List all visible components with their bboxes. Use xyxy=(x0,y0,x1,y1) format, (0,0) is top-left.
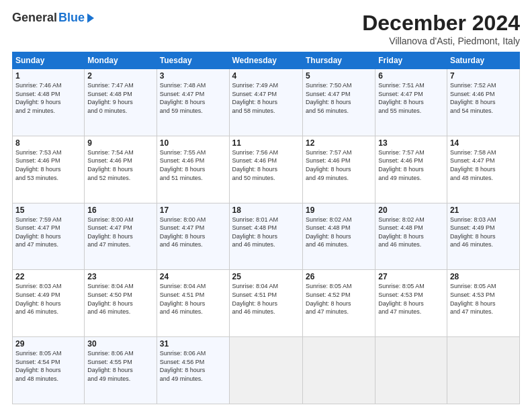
day-info: Sunrise: 8:01 AM Sunset: 4:48 PM Dayligh… xyxy=(232,216,300,249)
calendar-cell: 25Sunrise: 8:04 AM Sunset: 4:51 PM Dayli… xyxy=(229,270,302,337)
day-of-week-header: Wednesday xyxy=(229,52,302,69)
day-info: Sunrise: 8:02 AM Sunset: 4:48 PM Dayligh… xyxy=(378,216,444,249)
calendar-cell: 24Sunrise: 8:04 AM Sunset: 4:51 PM Dayli… xyxy=(157,270,229,337)
day-info: Sunrise: 7:56 AM Sunset: 4:46 PM Dayligh… xyxy=(232,148,300,182)
calendar-cell: 17Sunrise: 8:00 AM Sunset: 4:47 PM Dayli… xyxy=(157,203,229,270)
day-number: 7 xyxy=(450,71,517,81)
day-number: 21 xyxy=(450,205,517,215)
day-number: 6 xyxy=(378,71,444,81)
day-number: 13 xyxy=(378,138,444,148)
calendar-cell xyxy=(302,337,375,404)
logo-blue-text: Blue xyxy=(58,11,85,25)
day-info: Sunrise: 8:06 AM Sunset: 4:56 PM Dayligh… xyxy=(160,349,226,383)
day-number: 5 xyxy=(306,71,372,81)
calendar-cell: 29Sunrise: 8:05 AM Sunset: 4:54 PM Dayli… xyxy=(13,337,85,404)
day-number: 4 xyxy=(232,71,300,81)
day-info: Sunrise: 8:05 AM Sunset: 4:52 PM Dayligh… xyxy=(306,282,372,316)
calendar-week-row: 29Sunrise: 8:05 AM Sunset: 4:54 PM Dayli… xyxy=(13,337,520,404)
calendar-cell: 20Sunrise: 8:02 AM Sunset: 4:48 PM Dayli… xyxy=(375,203,447,270)
page: General Blue December 2024 Villanova d'A… xyxy=(0,0,532,411)
day-info: Sunrise: 7:49 AM Sunset: 4:47 PM Dayligh… xyxy=(232,81,300,115)
day-number: 16 xyxy=(87,205,153,215)
calendar-cell: 27Sunrise: 8:05 AM Sunset: 4:53 PM Dayli… xyxy=(375,270,447,337)
calendar-cell: 6Sunrise: 7:51 AM Sunset: 4:47 PM Daylig… xyxy=(375,69,447,136)
header: General Blue December 2024 Villanova d'A… xyxy=(12,11,520,46)
day-number: 26 xyxy=(306,272,372,281)
calendar-header-row: SundayMondayTuesdayWednesdayThursdayFrid… xyxy=(13,52,520,69)
subtitle: Villanova d'Asti, Piedmont, Italy xyxy=(362,36,520,46)
day-info: Sunrise: 8:05 AM Sunset: 4:53 PM Dayligh… xyxy=(450,282,517,316)
day-info: Sunrise: 7:54 AM Sunset: 4:46 PM Dayligh… xyxy=(87,148,153,182)
day-info: Sunrise: 8:04 AM Sunset: 4:50 PM Dayligh… xyxy=(87,282,153,316)
day-of-week-header: Monday xyxy=(85,52,157,69)
day-of-week-header: Friday xyxy=(375,52,447,69)
day-info: Sunrise: 8:05 AM Sunset: 4:54 PM Dayligh… xyxy=(15,349,81,383)
day-number: 2 xyxy=(87,71,153,81)
calendar-cell: 12Sunrise: 7:57 AM Sunset: 4:46 PM Dayli… xyxy=(302,136,375,203)
day-info: Sunrise: 8:00 AM Sunset: 4:47 PM Dayligh… xyxy=(87,216,153,249)
calendar-cell xyxy=(375,337,447,404)
day-number: 18 xyxy=(232,205,300,215)
day-info: Sunrise: 7:53 AM Sunset: 4:46 PM Dayligh… xyxy=(15,148,81,182)
day-number: 17 xyxy=(160,205,226,215)
day-info: Sunrise: 7:48 AM Sunset: 4:47 PM Dayligh… xyxy=(160,81,226,115)
logo-arrow-icon xyxy=(87,13,94,23)
calendar-cell: 21Sunrise: 8:03 AM Sunset: 4:49 PM Dayli… xyxy=(447,203,519,270)
day-number: 14 xyxy=(450,138,517,148)
calendar-cell: 1Sunrise: 7:46 AM Sunset: 4:48 PM Daylig… xyxy=(13,69,85,136)
day-number: 12 xyxy=(306,138,372,148)
logo: General Blue xyxy=(12,11,94,25)
calendar-cell: 3Sunrise: 7:48 AM Sunset: 4:47 PM Daylig… xyxy=(157,69,229,136)
day-info: Sunrise: 7:58 AM Sunset: 4:47 PM Dayligh… xyxy=(450,148,517,182)
day-number: 1 xyxy=(15,71,81,81)
calendar-cell: 4Sunrise: 7:49 AM Sunset: 4:47 PM Daylig… xyxy=(229,69,302,136)
calendar-week-row: 22Sunrise: 8:03 AM Sunset: 4:49 PM Dayli… xyxy=(13,270,520,337)
day-number: 27 xyxy=(378,272,444,281)
day-number: 20 xyxy=(378,205,444,215)
calendar-cell: 26Sunrise: 8:05 AM Sunset: 4:52 PM Dayli… xyxy=(302,270,375,337)
day-number: 30 xyxy=(87,339,153,349)
day-number: 8 xyxy=(15,138,81,148)
day-number: 11 xyxy=(232,138,300,148)
calendar-cell: 16Sunrise: 8:00 AM Sunset: 4:47 PM Dayli… xyxy=(85,203,157,270)
day-info: Sunrise: 7:47 AM Sunset: 4:48 PM Dayligh… xyxy=(87,81,153,115)
calendar-cell xyxy=(447,337,519,404)
day-info: Sunrise: 7:55 AM Sunset: 4:46 PM Dayligh… xyxy=(160,148,226,182)
day-number: 15 xyxy=(15,205,81,215)
day-info: Sunrise: 8:03 AM Sunset: 4:49 PM Dayligh… xyxy=(15,282,81,316)
calendar-cell: 9Sunrise: 7:54 AM Sunset: 4:46 PM Daylig… xyxy=(85,136,157,203)
day-number: 9 xyxy=(87,138,153,148)
calendar-week-row: 1Sunrise: 7:46 AM Sunset: 4:48 PM Daylig… xyxy=(13,69,520,136)
calendar-cell: 18Sunrise: 8:01 AM Sunset: 4:48 PM Dayli… xyxy=(229,203,302,270)
calendar-cell: 13Sunrise: 7:57 AM Sunset: 4:46 PM Dayli… xyxy=(375,136,447,203)
calendar-cell: 15Sunrise: 7:59 AM Sunset: 4:47 PM Dayli… xyxy=(13,203,85,270)
day-info: Sunrise: 8:05 AM Sunset: 4:53 PM Dayligh… xyxy=(378,282,444,316)
day-number: 10 xyxy=(160,138,226,148)
calendar-cell: 23Sunrise: 8:04 AM Sunset: 4:50 PM Dayli… xyxy=(85,270,157,337)
calendar-table: SundayMondayTuesdayWednesdayThursdayFrid… xyxy=(12,52,520,404)
day-info: Sunrise: 7:59 AM Sunset: 4:47 PM Dayligh… xyxy=(15,216,81,249)
day-info: Sunrise: 7:57 AM Sunset: 4:46 PM Dayligh… xyxy=(306,148,372,182)
day-of-week-header: Saturday xyxy=(447,52,519,69)
calendar-cell: 2Sunrise: 7:47 AM Sunset: 4:48 PM Daylig… xyxy=(85,69,157,136)
day-info: Sunrise: 8:04 AM Sunset: 4:51 PM Dayligh… xyxy=(160,282,226,316)
calendar-cell: 7Sunrise: 7:52 AM Sunset: 4:46 PM Daylig… xyxy=(447,69,519,136)
day-of-week-header: Sunday xyxy=(13,52,85,69)
calendar-cell: 19Sunrise: 8:02 AM Sunset: 4:48 PM Dayli… xyxy=(302,203,375,270)
day-number: 3 xyxy=(160,71,226,81)
day-number: 28 xyxy=(450,272,517,281)
day-number: 25 xyxy=(232,272,300,281)
calendar-cell xyxy=(229,337,302,404)
logo-general-text: General xyxy=(12,11,57,25)
day-number: 29 xyxy=(15,339,81,349)
day-info: Sunrise: 7:51 AM Sunset: 4:47 PM Dayligh… xyxy=(378,81,444,115)
day-info: Sunrise: 8:06 AM Sunset: 4:55 PM Dayligh… xyxy=(87,349,153,383)
day-number: 24 xyxy=(160,272,226,281)
day-info: Sunrise: 7:52 AM Sunset: 4:46 PM Dayligh… xyxy=(450,81,517,115)
calendar-cell: 8Sunrise: 7:53 AM Sunset: 4:46 PM Daylig… xyxy=(13,136,85,203)
calendar-cell: 14Sunrise: 7:58 AM Sunset: 4:47 PM Dayli… xyxy=(447,136,519,203)
day-info: Sunrise: 8:04 AM Sunset: 4:51 PM Dayligh… xyxy=(232,282,300,316)
day-of-week-header: Thursday xyxy=(302,52,375,69)
title-area: December 2024 Villanova d'Asti, Piedmont… xyxy=(362,11,520,46)
calendar-cell: 31Sunrise: 8:06 AM Sunset: 4:56 PM Dayli… xyxy=(157,337,229,404)
